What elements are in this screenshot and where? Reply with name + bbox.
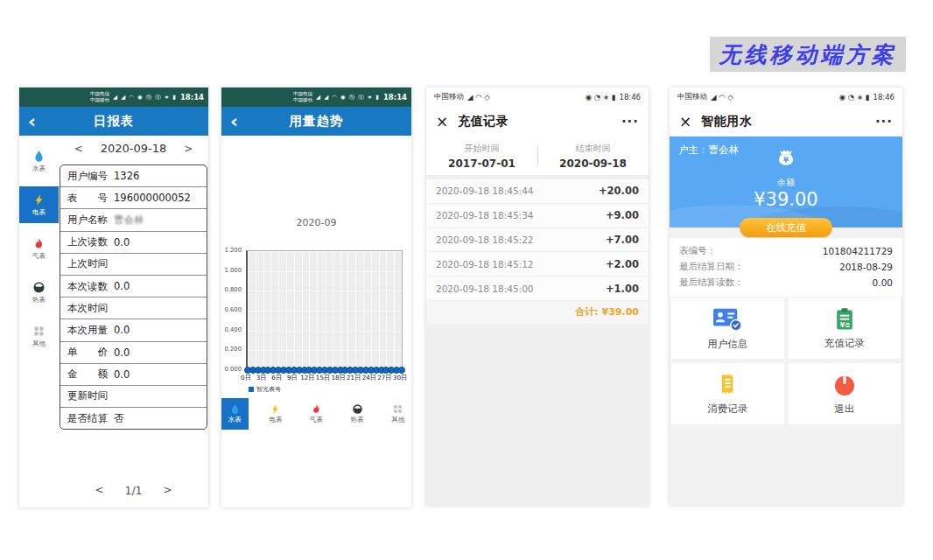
status-left: 中国移动 ◢ ◠ ◇ (677, 92, 733, 102)
field-value: 196000000052 (114, 192, 191, 204)
status-time: 18:14 (180, 93, 204, 102)
start-date-value: 2017-07-01 (448, 158, 516, 170)
online-recharge-button[interactable]: 在线充值 (740, 218, 832, 237)
balance-label: 余额 (777, 177, 795, 189)
phone-smart-water: 中国移动 ◢ ◠ ◇ ◉ ◔ ∗ ▮ 18:46 × 智能用水 ··· 户主：曹… (670, 88, 902, 505)
filter-divider (537, 145, 538, 166)
recharge-record-row: 2020-09-18 18:45:34+9.00 (426, 204, 649, 228)
carrier-labels: 中国电信 中国移动 (90, 91, 109, 102)
carrier-1: 中国电信 (90, 91, 109, 97)
field-label: 上次时间 (67, 257, 108, 270)
header-bar: × 智能用水 ··· (670, 107, 902, 136)
tab-heat[interactable]: 热表 (344, 398, 371, 430)
sidebar-item-gas[interactable]: 气表 (19, 230, 59, 267)
tab-other[interactable]: 其他 (384, 398, 411, 430)
y-axis-tick-label: 1.200 (225, 247, 242, 254)
tab-gas[interactable]: 气表 (303, 398, 330, 430)
back-icon[interactable]: ‹ (230, 109, 238, 134)
start-date-filter[interactable]: 开始时间 2017-07-01 (426, 136, 537, 175)
status-right: ◉ ◔ ∗ ▮ 18:46 (839, 93, 894, 102)
recharge-record-icon: ¥ (831, 306, 858, 332)
record-amount: +7.00 (606, 234, 639, 246)
field-label: 用户编号 (67, 170, 108, 183)
more-menu-icon[interactable]: ··· (875, 114, 893, 130)
sidebar-item-water[interactable]: 水表 (19, 143, 59, 179)
info-value: 2018-08-29 (839, 262, 893, 272)
page-title: 日报表 (19, 113, 208, 130)
grid-item-consumption-record[interactable]: 消费记录 (671, 363, 784, 424)
prev-page-arrow[interactable]: < (95, 484, 103, 497)
info-label: 最后结算读数： (679, 276, 744, 289)
field-label: 本次读数 (67, 280, 108, 293)
recharge-record-row: 2020-09-18 18:45:44+20.00 (426, 179, 649, 204)
back-icon[interactable]: ‹ (28, 109, 36, 134)
selected-date[interactable]: 2020-09-18 (101, 142, 167, 155)
sidebar-item-label: 电表 (32, 208, 46, 217)
carrier-label: 中国移动 (434, 92, 464, 102)
sidebar-item-electric[interactable]: 电表 (19, 186, 59, 223)
end-date-filter[interactable]: 结束时间 2020-09-18 (537, 136, 649, 175)
field-label: 上次读数 (67, 235, 108, 248)
y-axis-tick-label: 0.800 (225, 286, 242, 293)
tab-label: 气表 (310, 416, 323, 424)
consumption-record-icon (714, 372, 740, 398)
x-axis-tick-label: 3日 (256, 374, 267, 382)
next-page-arrow[interactable]: > (164, 484, 172, 497)
water-drop-icon (229, 403, 241, 415)
table-row: 本次读数0.0 (60, 275, 207, 297)
legend-label: 智光表号 (256, 385, 281, 394)
record-amount: +1.00 (606, 283, 639, 295)
water-drop-icon (32, 150, 46, 163)
heat-meter-icon (32, 281, 46, 294)
more-menu-icon[interactable]: ··· (621, 114, 639, 130)
status-left: 中国移动 ◢ ◠ ◇ (434, 92, 490, 102)
table-row: 本次时间 (60, 297, 207, 318)
field-label: 单 价 (67, 346, 108, 359)
close-icon[interactable]: × (679, 115, 691, 130)
page-title: 充值记录 (458, 114, 509, 130)
grid-item-user-info[interactable]: 用户信息 (671, 298, 784, 359)
recharge-record-row: 2020-09-18 18:45:22+7.00 (426, 228, 649, 253)
start-date-label: 开始时间 (465, 143, 500, 155)
y-axis-tick-label: 0.200 (225, 346, 242, 353)
y-axis-tick-label: 1.000 (225, 267, 242, 274)
field-value: 0.0 (114, 346, 130, 359)
sidebar-item-other[interactable]: 其他 (19, 318, 59, 354)
status-time: 18:46 (873, 93, 895, 102)
info-label: 表编号： (679, 245, 716, 257)
page-title: 智能用水 (701, 114, 752, 130)
carrier-labels: 中国电信 中国移动 (293, 91, 312, 102)
carrier-label: 中国移动 (677, 92, 707, 102)
next-date-arrow[interactable]: > (184, 143, 193, 155)
report-table: 用户编号1326表 号196000000052用户名称曹会林上次读数0.0上次时… (60, 164, 207, 430)
table-row: 用户名称曹会林 (60, 208, 207, 230)
flame-icon (311, 403, 322, 415)
close-icon[interactable]: × (436, 115, 448, 130)
tab-water[interactable]: 水表 (221, 398, 249, 430)
meter-info-row: 表编号：101804211729 (679, 243, 893, 259)
sidebar-item-label: 热表 (32, 296, 46, 304)
status-bar: 中国电信 中国移动 ◢ ◢ ◠ ◉ Ⓝ Ⓥ ∗ ▮ 18:14 (221, 88, 411, 107)
field-label: 金 额 (67, 368, 108, 381)
grid-item-label: 退出 (834, 402, 854, 416)
tab-label: 电表 (269, 416, 282, 424)
signal-icons: ◢ ◠ ◇ (711, 93, 733, 102)
record-time: 2020-09-18 18:45:44 (436, 186, 534, 196)
prev-date-arrow[interactable]: < (74, 143, 83, 155)
grid-item-logout[interactable]: 退出 (789, 363, 901, 424)
signal-icons: ◢ ◠ ◇ (467, 93, 490, 102)
y-axis-labels: 1.2001.0000.8000.6000.4000.2000.000 (221, 250, 243, 369)
grid-item-recharge-record[interactable]: ¥充值记录 (789, 298, 901, 359)
x-axis-tick-label: 18日 (331, 374, 345, 382)
nav-bar: ‹ 日报表 (19, 107, 208, 136)
sidebar-item-heat[interactable]: 热表 (19, 274, 59, 311)
svg-text:¥: ¥ (839, 321, 845, 329)
svg-text:¥: ¥ (783, 156, 789, 164)
tab-electric[interactable]: 电表 (263, 398, 290, 430)
x-axis-tick-label: 21日 (347, 374, 361, 382)
table-row: 用户编号1326 (60, 165, 207, 186)
record-time: 2020-09-18 18:45:00 (436, 284, 534, 294)
logout-icon (831, 372, 858, 398)
table-row: 上次读数0.0 (60, 231, 207, 253)
lightning-icon (270, 403, 281, 415)
